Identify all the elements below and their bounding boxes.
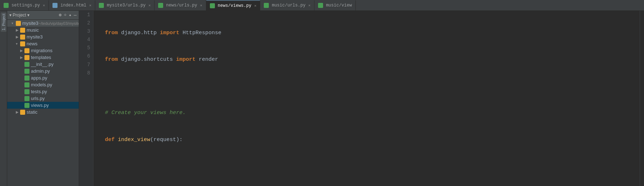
html-icon xyxy=(52,3,58,8)
tab-music-urls[interactable]: music/urls.py ✕ xyxy=(260,0,314,10)
code-line-2: from django.shortcuts import render xyxy=(98,55,635,64)
code-content[interactable]: from django.http import HttpResponse fro… xyxy=(93,11,640,186)
tree-item-mysite3-root[interactable]: ▾ mysite3 ~/tedu/vip/day03/mysite3 xyxy=(7,20,79,27)
tab-bar: settings.py ✕ index.html ✕ mysite3/urls.… xyxy=(0,0,644,11)
keyword-from: from xyxy=(105,29,118,38)
keyword-def: def xyxy=(105,136,115,145)
py-icon xyxy=(24,96,29,101)
tree-label: migrations xyxy=(31,48,52,53)
close-sidebar-icon[interactable]: — xyxy=(74,13,77,18)
tree-label: templates xyxy=(31,55,51,60)
tab-label: news/views.py xyxy=(218,3,252,8)
arrow-icon: ▶ xyxy=(16,110,20,114)
tab-mysite3-urls[interactable]: mysite3/urls.py ✕ xyxy=(95,0,155,10)
folder-icon xyxy=(20,41,25,46)
tree-label: music xyxy=(27,27,39,33)
arrow-icon: ▶ xyxy=(16,28,20,32)
tab-news-views[interactable]: news/views.py ✕ xyxy=(206,0,261,10)
tree-label: mysite3 xyxy=(27,34,43,40)
locate-icon[interactable]: ⊕ xyxy=(59,12,62,18)
project-tab-label[interactable]: 1. Project xyxy=(1,12,6,32)
editor-area: 1 2 3 4 5 6 7 8 from django.http import … xyxy=(79,11,644,186)
py-icon xyxy=(158,3,163,8)
line-numbers: 1 2 3 4 5 6 7 8 xyxy=(79,11,93,186)
tree-item-init[interactable]: ▶ __init__.py xyxy=(7,61,79,68)
tree-label: static xyxy=(27,109,37,115)
tree-item-admin[interactable]: ▶ admin.py xyxy=(7,68,79,74)
tab-news-urls[interactable]: news/urls.py ✕ xyxy=(155,0,206,10)
tree-label: news xyxy=(27,41,37,46)
py-icon xyxy=(24,89,29,94)
py-icon xyxy=(99,3,104,8)
tab-close-music-urls[interactable]: ✕ xyxy=(308,3,310,8)
tab-music-view[interactable]: music/view xyxy=(314,0,356,10)
tree-item-mysite3[interactable]: ▶ mysite3 xyxy=(7,33,79,40)
py-icon xyxy=(24,76,29,81)
tree-item-views[interactable]: ▶ views.py xyxy=(7,102,79,109)
tab-label: music/view xyxy=(326,3,352,8)
code-view[interactable]: 1 2 3 4 5 6 7 8 from django.http import … xyxy=(79,11,644,186)
py-icon xyxy=(264,3,269,8)
code-line-6 xyxy=(98,162,635,171)
collapse-icon[interactable]: ÷ xyxy=(64,13,67,18)
code-line-1: from django.http import HttpResponse xyxy=(98,29,635,38)
tree-item-migrations[interactable]: ▶ migrations xyxy=(7,47,79,54)
sidebar-header: ▾ Project ▾ ⊕ ÷ ✦ — xyxy=(7,11,79,20)
keyword-import: import xyxy=(160,29,179,38)
folder-icon xyxy=(20,28,25,33)
sidebar: ▾ Project ▾ ⊕ ÷ ✦ — ▾ mysite3 ~/tedu/vip… xyxy=(7,11,79,186)
right-gutter xyxy=(640,11,644,186)
arrow-icon: ▶ xyxy=(20,49,24,53)
py-icon xyxy=(24,103,29,108)
tree-label: mysite3 xyxy=(22,21,38,26)
keyword-import: import xyxy=(176,55,196,64)
tree-item-tests[interactable]: ▶ tests.py xyxy=(7,88,79,95)
tree-subtitle: ~/tedu/vip/day03/mysite3 xyxy=(38,21,79,26)
py-icon xyxy=(318,3,323,8)
settings-icon[interactable]: ✦ xyxy=(69,12,72,18)
code-line-4: # Create your views here. xyxy=(98,109,635,118)
tree-item-news[interactable]: ▾ news xyxy=(7,40,79,47)
comment-text: # Create your views here. xyxy=(105,109,186,118)
tab-close-news-urls[interactable]: ✕ xyxy=(200,3,202,8)
tree-label: views.py xyxy=(31,103,49,108)
tree-item-apps[interactable]: ▶ apps.py xyxy=(7,74,79,81)
tree-item-models[interactable]: ▶ models.py xyxy=(7,81,79,88)
tree-label: admin.py xyxy=(31,68,50,74)
tree-item-static[interactable]: ▶ static xyxy=(7,109,79,115)
sidebar-title-text: ▾ Project ▾ xyxy=(9,13,29,18)
code-line-3 xyxy=(98,82,635,91)
tree-item-urls[interactable]: ▶ urls.py xyxy=(7,95,79,102)
vertical-project-tab[interactable]: 1. Project xyxy=(0,11,7,186)
py-icon xyxy=(24,69,29,74)
tab-close-index[interactable]: ✕ xyxy=(89,3,91,8)
tab-label: music/urls.py xyxy=(272,3,305,8)
tree-label: apps.py xyxy=(31,75,47,81)
folder-icon xyxy=(20,35,25,40)
py-icon xyxy=(24,62,29,67)
py-icon xyxy=(4,3,9,8)
func-name: index_view xyxy=(118,136,150,145)
py-icon xyxy=(210,3,215,8)
tab-close-mysite3[interactable]: ✕ xyxy=(148,3,151,8)
folder-icon xyxy=(16,21,21,26)
tab-close-settings[interactable]: ✕ xyxy=(43,3,45,8)
tree-label: tests.py xyxy=(31,89,47,94)
arrow-icon: ▶ xyxy=(20,55,24,59)
tree-item-templates[interactable]: ▶ templates xyxy=(7,54,79,61)
sidebar-header-icons: ⊕ ÷ ✦ — xyxy=(59,12,77,18)
code-line-5: def index_view(request): xyxy=(98,136,635,145)
tab-label: news/urls.py xyxy=(166,3,197,8)
folder-icon xyxy=(24,48,29,53)
tab-settings[interactable]: settings.py ✕ xyxy=(0,0,49,10)
tab-close-news-views[interactable]: ✕ xyxy=(254,4,256,8)
py-icon xyxy=(24,82,29,87)
tab-index-html[interactable]: index.html ✕ xyxy=(49,0,95,10)
sidebar-title: ▾ Project ▾ xyxy=(9,13,29,18)
tree-item-music[interactable]: ▶ music xyxy=(7,27,79,33)
tab-label: index.html xyxy=(60,3,86,8)
folder-icon xyxy=(20,110,25,115)
arrow-icon: ▾ xyxy=(12,21,16,25)
arrow-icon: ▾ xyxy=(16,42,20,46)
tree-label: __init__.py xyxy=(31,62,54,67)
